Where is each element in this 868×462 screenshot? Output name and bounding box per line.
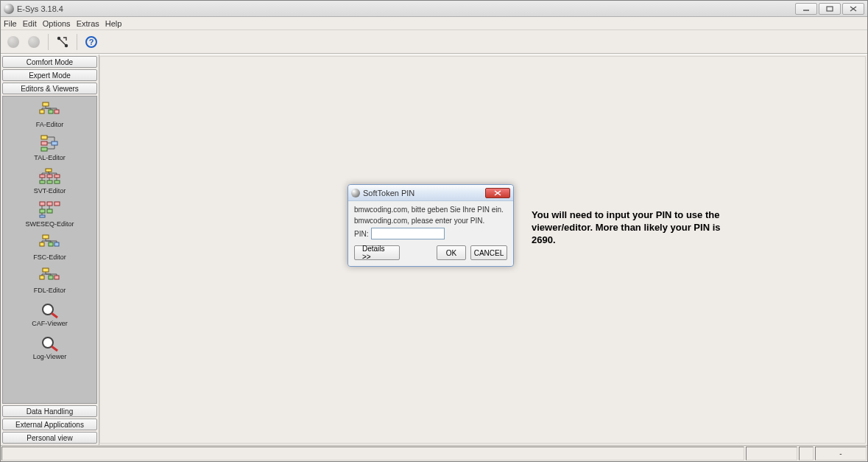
menu-options[interactable]: Options xyxy=(43,19,71,28)
toolbar-help-button[interactable]: ? xyxy=(83,34,99,50)
toolbar-connect-button[interactable] xyxy=(54,34,71,50)
help-icon: ? xyxy=(85,36,97,48)
cancel-button[interactable]: CANCEL xyxy=(470,245,507,260)
log-viewer-icon xyxy=(38,333,62,352)
window-title: E-Sys 3.18.4 xyxy=(17,4,795,13)
svg-rect-21 xyxy=(40,202,45,206)
maximize-button[interactable] xyxy=(819,3,841,15)
sidebar-data-handling[interactable]: Data Handling xyxy=(2,405,97,417)
svg-rect-23 xyxy=(54,202,60,206)
menubar: File Edit Options Extras Help xyxy=(1,17,867,30)
menu-extras[interactable]: Extras xyxy=(77,19,99,28)
toolbar-forward-button[interactable] xyxy=(26,34,42,50)
sidebar-item-label: FDL-Editor xyxy=(34,287,66,294)
svg-line-36 xyxy=(52,313,57,318)
dialog-titlebar: SoftToken PIN xyxy=(348,185,513,201)
sidebar-item-log-viewer[interactable]: Log-Viewer xyxy=(3,332,96,363)
sidebar-item-fsc-editor[interactable]: FSC-Editor xyxy=(3,232,96,264)
sidebar-item-sweseq-editor[interactable]: SWESEQ-Editor xyxy=(3,199,96,231)
statusbar-spacer xyxy=(1,447,744,461)
sidebar-item-label: FSC-Editor xyxy=(33,253,66,261)
statusbar-cell-3: - xyxy=(815,447,867,461)
sidebar-comfort-mode[interactable]: Comfort Mode xyxy=(2,56,97,68)
svg-rect-16 xyxy=(47,175,52,178)
close-icon xyxy=(494,190,501,196)
svg-rect-20 xyxy=(54,181,60,183)
minimize-icon xyxy=(802,6,810,12)
dialog-app-icon xyxy=(351,189,360,197)
dialog-text-line2: bmwcoding.com, please enter your PIN. xyxy=(354,217,507,225)
menu-file[interactable]: File xyxy=(4,19,17,28)
sidebar-item-fdl-editor[interactable]: FDL-Editor xyxy=(3,265,96,297)
sidebar-editors-viewers[interactable]: Editors & Viewers xyxy=(2,83,97,94)
svg-rect-9 xyxy=(54,110,59,113)
svg-rect-31 xyxy=(43,268,49,272)
svg-rect-26 xyxy=(40,215,45,217)
svg-rect-28 xyxy=(40,242,44,246)
svg-rect-17 xyxy=(54,175,60,178)
toolbar-separator xyxy=(48,34,49,50)
details-button[interactable]: Details >> xyxy=(354,245,400,260)
svg-rect-7 xyxy=(40,110,44,113)
connect-icon xyxy=(56,35,69,49)
sidebar-item-tal-editor[interactable]: TAL-Editor xyxy=(3,133,96,164)
sweseq-editor-icon xyxy=(38,200,62,220)
minimize-button[interactable] xyxy=(795,3,817,15)
sidebar-item-caf-viewer[interactable]: CAF-Viewer xyxy=(3,298,96,330)
svt-editor-icon xyxy=(38,167,62,186)
statusbar-cell-1 xyxy=(746,447,797,461)
annotation-text: You will need to input your PIN to use t… xyxy=(532,209,730,247)
sidebar: Comfort Mode Expert Mode Editors & Viewe… xyxy=(1,55,99,445)
svg-rect-24 xyxy=(40,209,45,213)
close-button[interactable] xyxy=(842,3,864,15)
toolbar-separator-2 xyxy=(77,34,77,50)
pin-input[interactable] xyxy=(371,228,445,239)
sidebar-item-svt-editor[interactable]: SVT-Editor xyxy=(3,166,96,197)
ok-button[interactable]: OK xyxy=(437,245,466,260)
sidebar-item-fa-editor[interactable]: FA-Editor xyxy=(3,99,96,131)
svg-point-35 xyxy=(43,304,53,315)
svg-rect-22 xyxy=(47,202,52,206)
svg-rect-1 xyxy=(827,7,833,11)
close-icon xyxy=(850,6,857,12)
softtoken-pin-dialog: SoftToken PIN bmwcoding.com, bitte geben… xyxy=(347,184,514,267)
statusbar: - xyxy=(1,445,867,461)
toolbar-back-button[interactable] xyxy=(5,34,21,50)
dialog-body: bmwcoding.com, bitte geben Sie Ihre PIN … xyxy=(348,201,513,266)
svg-rect-13 xyxy=(52,141,57,145)
pin-label: PIN: xyxy=(354,230,368,238)
svg-rect-19 xyxy=(47,181,52,183)
svg-rect-18 xyxy=(40,181,45,183)
fdl-editor-icon xyxy=(38,267,62,286)
svg-point-37 xyxy=(43,337,53,348)
fsc-editor-icon xyxy=(38,234,62,253)
app-icon xyxy=(4,4,14,14)
sidebar-expert-mode[interactable]: Expert Mode xyxy=(2,69,97,81)
svg-rect-25 xyxy=(47,209,52,213)
sidebar-external-applications[interactable]: External Applications xyxy=(2,419,97,430)
toolbar: ? xyxy=(1,30,867,54)
svg-rect-34 xyxy=(54,276,59,279)
dialog-close-button[interactable] xyxy=(485,188,510,198)
menu-help[interactable]: Help xyxy=(105,19,122,28)
sidebar-item-label: TAL-Editor xyxy=(34,154,65,161)
sidebar-item-label: CAF-Viewer xyxy=(32,320,67,327)
maximize-icon xyxy=(826,6,833,12)
back-icon xyxy=(7,36,19,48)
svg-rect-27 xyxy=(43,235,49,239)
svg-rect-29 xyxy=(49,242,53,246)
svg-rect-8 xyxy=(49,110,53,113)
svg-rect-32 xyxy=(40,276,44,279)
svg-rect-10 xyxy=(41,136,47,139)
menu-edit[interactable]: Edit xyxy=(23,19,37,28)
sidebar-item-label: FA-Editor xyxy=(36,121,64,128)
svg-rect-15 xyxy=(40,175,45,178)
window-controls xyxy=(795,3,864,15)
pin-row: PIN: xyxy=(354,228,507,239)
tal-editor-icon xyxy=(38,134,62,153)
dialog-text-line1: bmwcoding.com, bitte geben Sie Ihre PIN … xyxy=(354,206,507,214)
sidebar-item-label: SVT-Editor xyxy=(34,187,66,195)
sidebar-personal-view[interactable]: Personal view xyxy=(2,432,97,444)
svg-rect-30 xyxy=(54,242,59,246)
sidebar-icon-panel: FA-Editor TAL-Editor xyxy=(2,96,97,404)
